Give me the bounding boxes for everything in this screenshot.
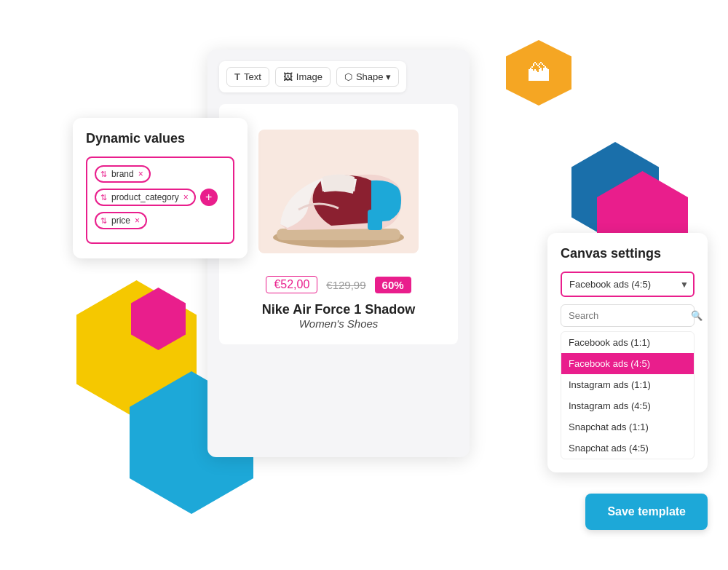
tag-category[interactable]: ⇅ product_category × [95, 189, 196, 206]
tag-brand[interactable]: ⇅ brand × [95, 165, 151, 183]
search-box: 🔍 [561, 304, 695, 327]
discount-badge: 60% [375, 277, 411, 293]
canvas-card: T Text 🖼 Image ⬡ Shape ▾ [207, 50, 470, 457]
svg-rect-6 [368, 210, 382, 230]
shape-icon: ⬡ [344, 71, 352, 82]
image-label: Image [296, 71, 323, 82]
dropdown-item-ig-45[interactable]: Instagram ads (4:5) [561, 395, 694, 416]
tag-close-price[interactable]: × [135, 215, 140, 226]
tag-arrows-icon-price: ⇅ [100, 216, 107, 226]
dropdown-item-sc-11[interactable]: Snapchat ads (1:1) [561, 416, 694, 438]
image-tool-button[interactable]: 🖼 Image [275, 67, 331, 87]
search-icon: 🔍 [691, 310, 703, 321]
tag-arrows-icon-cat: ⇅ [100, 193, 107, 202]
shoe-svg [258, 130, 419, 253]
product-image [251, 119, 426, 264]
search-input[interactable] [569, 310, 691, 321]
price-original: €129,99 [326, 279, 365, 291]
shape-label: Shape ▾ [356, 71, 391, 82]
tag-row-brand: ⇅ brand × [95, 165, 226, 183]
dropdown-item-fb-11[interactable]: Facebook ads (1:1) [561, 332, 694, 353]
dropdown-item-ig-11[interactable]: Instagram ads (1:1) [561, 374, 694, 395]
tag-price[interactable]: ⇅ price × [95, 212, 147, 229]
tag-row-price: ⇅ price × [95, 212, 226, 229]
tag-close-brand[interactable]: × [138, 169, 143, 179]
image-icon: 🖼 [283, 71, 293, 82]
canvas-toolbar: T Text 🖼 Image ⬡ Shape ▾ [219, 61, 406, 92]
text-icon: T [234, 71, 240, 82]
hex-orange-icon: 🏔 [506, 40, 571, 106]
text-tool-button[interactable]: T Text [226, 67, 269, 87]
image-icon: 🏔 [527, 60, 550, 87]
canvas-size-select[interactable]: Facebook ads (1:1) Facebook ads (4:5) In… [561, 272, 695, 297]
tag-row-category: ⇅ product_category × + [95, 189, 226, 206]
add-tag-button[interactable]: + [200, 189, 218, 206]
canvas-size-select-wrapper: Facebook ads (1:1) Facebook ads (4:5) In… [561, 272, 695, 297]
product-subtitle: Women's Shoes [299, 317, 379, 330]
canvas-settings-card: Canvas settings Facebook ads (1:1) Faceb… [547, 233, 708, 472]
svg-rect-2 [277, 229, 400, 240]
dynamic-values-title: Dynamic values [86, 131, 234, 146]
price-current: €52,00 [266, 276, 317, 293]
save-template-button[interactable]: Save template [585, 494, 708, 530]
tag-arrows-icon: ⇅ [100, 170, 107, 179]
tag-label-brand: brand [111, 169, 134, 179]
dynamic-values-card: Dynamic values ⇅ brand × ⇅ product_categ… [73, 118, 248, 258]
dropdown-list: Facebook ads (1:1) Facebook ads (4:5) In… [561, 331, 695, 459]
price-row: €52,00 €129,99 60% [234, 276, 443, 293]
tag-label-category: product_category [111, 192, 179, 202]
dynamic-values-container: ⇅ brand × ⇅ product_category × + ⇅ price… [86, 157, 234, 244]
shape-tool-button[interactable]: ⬡ Shape ▾ [336, 67, 399, 87]
dropdown-item-fb-45[interactable]: Facebook ads (4:5) [561, 353, 694, 374]
product-name: Nike Air Force 1 Shadow [262, 302, 415, 317]
dropdown-item-sc-45[interactable]: Snapchat ads (4:5) [561, 438, 694, 459]
canvas-settings-title: Canvas settings [561, 246, 695, 261]
text-label: Text [244, 71, 261, 82]
tag-close-category[interactable]: × [183, 192, 189, 202]
tag-label-price: price [111, 215, 130, 226]
product-area: €52,00 €129,99 60% Nike Air Force 1 Shad… [219, 104, 458, 344]
